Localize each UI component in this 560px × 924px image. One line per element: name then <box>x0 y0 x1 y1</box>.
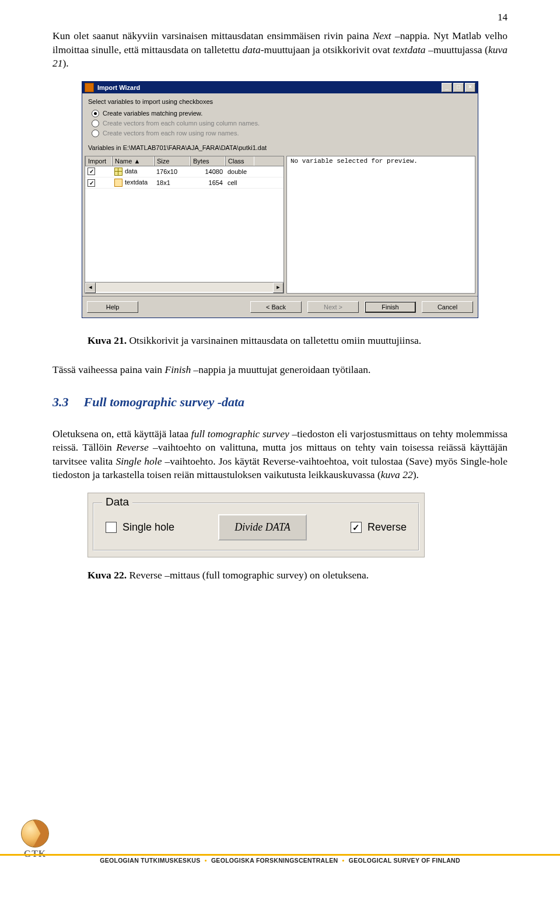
minimize-button[interactable]: _ <box>442 83 452 92</box>
app-icon <box>85 83 94 92</box>
radio-label: Create vectors from each column using co… <box>103 120 260 127</box>
variable-name: textdata <box>125 179 148 186</box>
footer-en: GEOLOGICAL SURVEY OF FINLAND <box>349 857 460 864</box>
footer-sv: GEOLOGISKA FORSKNINGSCENTRALEN <box>211 857 338 864</box>
footer-fi: GEOLOGIAN TUTKIMUSKESKUS <box>100 857 200 864</box>
radio-icon <box>92 120 99 127</box>
column-header[interactable]: Name ▲ <box>112 156 154 166</box>
horizontal-scrollbar[interactable]: ◄ ► <box>85 282 284 292</box>
window-title: Import Wizard <box>97 84 140 91</box>
single-hole-checkbox[interactable] <box>106 522 117 533</box>
divide-data-button[interactable]: Divide DATA <box>218 514 306 541</box>
data-legend: Data <box>102 496 132 508</box>
finish-button[interactable]: Finish <box>365 301 416 313</box>
table-row[interactable]: data176x1014080double <box>85 166 284 177</box>
section-number: 3.3 <box>52 395 69 410</box>
back-button[interactable]: < Back <box>250 301 302 313</box>
cell-array-icon <box>114 179 123 187</box>
radio-group: Create variables matching preview.Create… <box>88 109 472 138</box>
import-checkbox[interactable] <box>88 168 95 175</box>
radio-label: Create variables matching preview. <box>103 110 202 117</box>
gtk-logo: GTK <box>21 820 49 859</box>
close-button[interactable]: × <box>465 83 475 92</box>
figure-21-caption: Kuva 21. Otsikkorivit ja varsinainen mit… <box>88 334 508 347</box>
matrix-icon <box>114 168 123 176</box>
page-number: 14 <box>498 12 508 23</box>
variables-path: Variables in E:\MATLAB701\FARA\AJA_FARA\… <box>88 144 472 151</box>
radio-label: Create vectors from each row using row n… <box>103 130 239 137</box>
figure-22-caption: Kuva 22. Reverse –mittaus (full tomograp… <box>88 569 508 581</box>
reverse-label: Reverse <box>368 521 407 534</box>
reverse-checkbox[interactable] <box>351 522 362 533</box>
page-footer: GEOLOGIAN TUTKIMUSKESKUS • GEOLOGISKA FO… <box>0 854 560 864</box>
column-header[interactable]: Import <box>85 156 112 166</box>
radio-option: Create vectors from each row using row n… <box>88 128 472 138</box>
radio-option[interactable]: Create variables matching preview. <box>88 109 472 118</box>
maximize-button[interactable]: □ <box>453 83 464 92</box>
radio-option: Create vectors from each column using co… <box>88 118 472 128</box>
variable-size: 18x1 <box>154 178 190 187</box>
wizard-subtitle: Select variables to import using checkbo… <box>88 98 472 105</box>
table-row[interactable]: textdata18x11654cell <box>85 177 284 189</box>
single-hole-label: Single hole <box>123 521 174 534</box>
import-wizard-window: Import Wizard _ □ × Select variables to … <box>82 81 478 318</box>
variables-table: ImportName ▲SizeBytesClass data176x10140… <box>85 156 284 294</box>
import-checkbox[interactable] <box>88 179 95 187</box>
variable-class: cell <box>225 178 254 187</box>
section-title: Full tomographic survey -data <box>84 395 245 410</box>
globe-icon <box>21 820 49 848</box>
cancel-button[interactable]: Cancel <box>422 301 473 313</box>
column-header[interactable]: Class <box>225 156 254 166</box>
variable-name: data <box>125 168 137 175</box>
paragraph-1: Kun olet saanut näkyviin varsinaisen mit… <box>52 29 508 71</box>
next-button[interactable]: Next > <box>307 301 359 313</box>
column-header[interactable]: Size <box>154 156 190 166</box>
radio-icon[interactable] <box>92 110 99 117</box>
variable-bytes: 14080 <box>190 167 225 176</box>
data-panel: Data Single hole Divide DATA Reverse <box>88 493 425 557</box>
radio-icon <box>92 130 99 137</box>
column-header[interactable]: Bytes <box>190 156 225 166</box>
paragraph-3: Oletuksena on, että käyttäjä lataa full … <box>52 427 508 483</box>
paragraph-2: Tässä vaiheessa paina vain Finish –nappi… <box>52 363 508 377</box>
variable-class: double <box>225 167 254 176</box>
scroll-right-icon[interactable]: ► <box>273 283 284 293</box>
single-hole-option[interactable]: Single hole <box>106 521 174 534</box>
help-button[interactable]: Help <box>87 301 138 313</box>
preview-panel: No variable selected for preview. <box>286 156 475 294</box>
reverse-option[interactable]: Reverse <box>351 521 407 534</box>
variable-bytes: 1654 <box>190 178 225 187</box>
variable-size: 176x10 <box>154 167 190 176</box>
scroll-left-icon[interactable]: ◄ <box>85 283 96 293</box>
window-titlebar: Import Wizard _ □ × <box>82 82 478 93</box>
section-heading: 3.3 Full tomographic survey -data <box>52 395 508 410</box>
